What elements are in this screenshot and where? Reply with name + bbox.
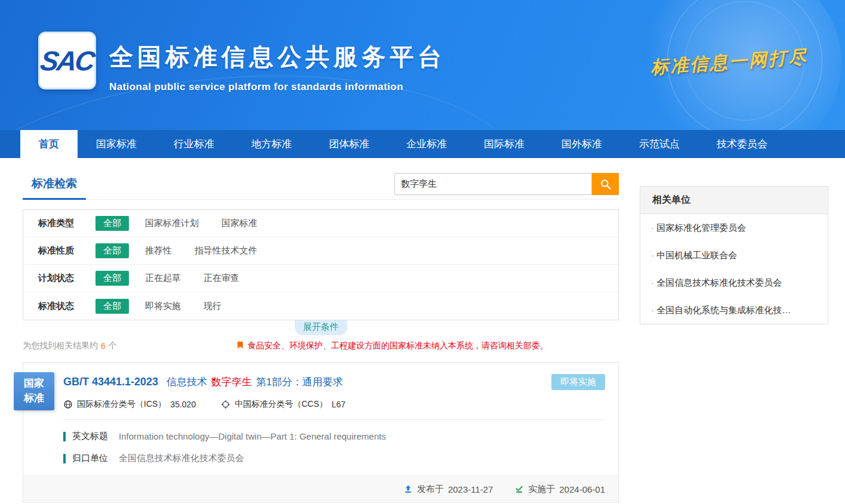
nav-item-foreign-standards[interactable]: 国外标准 <box>543 130 621 158</box>
filter-all-button[interactable]: 全部 <box>95 216 129 231</box>
search-box <box>394 173 619 195</box>
filter-option[interactable]: 国家标准 <box>221 218 257 229</box>
filter-all-button[interactable]: 全部 <box>95 243 129 258</box>
filter-option[interactable]: 现行 <box>203 301 221 312</box>
sidebar-item-automation-committee[interactable]: 全国自动化系统与集成标准化技… <box>640 296 828 324</box>
sidebar-item-sac[interactable]: 国家标准化管理委员会 <box>640 214 828 242</box>
filter-label: 计划状态 <box>38 273 95 284</box>
sidebar-item-machinery-federation[interactable]: 中国机械工业联合会 <box>640 242 828 269</box>
filter-option[interactable]: 正在审查 <box>203 273 239 284</box>
compass-icon <box>221 400 230 409</box>
site-header: SAC 全国标准信息公共服务平台 National public service… <box>0 0 845 130</box>
search-input[interactable] <box>394 173 592 195</box>
nav-item-technical-committee[interactable]: 技术委员会 <box>698 130 786 158</box>
filter-box: 标准类型 全部 国家标准计划 国家标准 标准性质 全部 推荐性 指导性技术文件 … <box>23 209 619 320</box>
committee-value: 全国信息技术标准化技术委员会 <box>119 453 244 464</box>
content-column: 标准检索 标准类型 全部 国家标准计划 国家标准 标准性质 全部 推荐性 <box>23 171 619 503</box>
filter-row-plan-status: 计划状态 全部 正在起草 正在审查 <box>23 265 618 292</box>
publish-date-item: 发布于 2023-11-27 <box>403 484 494 495</box>
nav-item-local-standards[interactable]: 地方标准 <box>233 130 310 158</box>
type-badge-line1: 国家 <box>24 376 44 391</box>
filter-label: 标准状态 <box>38 301 95 312</box>
publish-date: 2023-11-27 <box>448 484 494 494</box>
committee-label: 归口单位 <box>72 453 108 464</box>
filter-option[interactable]: 国家标准计划 <box>145 218 199 229</box>
filter-option[interactable]: 正在起草 <box>145 273 181 284</box>
site-subtitle: National public service platform for sta… <box>109 81 446 93</box>
results-count: 6 <box>101 341 106 351</box>
filter-all-button[interactable]: 全部 <box>95 299 129 314</box>
card-title-row: GB/T 43441.1-2023 信息技术 数字孪生 第1部分：通用要求 即将… <box>23 363 618 390</box>
filter-label: 标准类型 <box>38 218 95 229</box>
related-units-panel: 相关单位 国家标准化管理委员会 中国机械工业联合会 全国信息技术标准化技术委员会… <box>640 186 828 324</box>
sidebar-item-it-standardization-committee[interactable]: 全国信息技术标准化技术委员会 <box>640 269 828 296</box>
type-badge-line2: 标准 <box>24 391 44 406</box>
filter-row-standard-nature: 标准性质 全部 推荐性 指导性技术文件 <box>23 237 618 265</box>
standard-title-seg1[interactable]: 信息技术 <box>166 375 207 389</box>
search-button[interactable] <box>592 173 619 195</box>
nav-item-industry-standards[interactable]: 行业标准 <box>155 130 233 158</box>
ccs-label: 中国标准分类号（CCS） <box>235 399 328 410</box>
card-meta-row: 国际标准分类号（ICS） 35.020 中国标准分类号（CCS） L67 <box>63 399 618 410</box>
teal-bar-decor <box>63 454 66 463</box>
ics-value: 35.020 <box>170 400 196 409</box>
flag-icon <box>236 341 244 351</box>
globe-icon <box>63 400 73 409</box>
teal-bar-decor <box>63 432 66 441</box>
related-units-title: 相关单位 <box>640 187 828 214</box>
tab-standard-search[interactable]: 标准检索 <box>23 171 86 200</box>
sac-logo-text: SAC <box>39 45 96 77</box>
ccs-meta: 中国标准分类号（CCS） L67 <box>221 399 346 410</box>
nav-item-national-standards[interactable]: 国家标准 <box>78 130 155 158</box>
standard-title-seg2[interactable]: 第1部分：通用要求 <box>256 375 343 389</box>
filter-option[interactable]: 指导性技术文件 <box>195 245 257 256</box>
english-title-value: Information technology—Digital twin—Part… <box>119 431 386 441</box>
main-area: 标准检索 标准类型 全部 国家标准计划 国家标准 标准性质 全部 推荐性 <box>0 171 845 503</box>
site-brand: 全国标准信息公共服务平台 National public service pla… <box>109 41 446 93</box>
status-badge: 即将实施 <box>551 374 605 390</box>
publish-label: 发布于 <box>417 484 444 495</box>
implement-date: 2024-06-01 <box>559 484 605 494</box>
nav-item-pilot[interactable]: 示范试点 <box>621 130 698 158</box>
filter-label: 标准性质 <box>38 245 95 256</box>
main-nav: 首页 国家标准 行业标准 地方标准 团体标准 企业标准 国际标准 国外标准 示范… <box>0 130 845 158</box>
summary-suffix: 个 <box>109 341 117 351</box>
nav-item-international-standards[interactable]: 国际标准 <box>465 130 543 158</box>
ccs-value: L67 <box>332 400 346 409</box>
english-title-row: 英文标题 Information technology—Digital twin… <box>63 431 605 442</box>
card-footer: 发布于 2023-11-27 实施于 2024-06-01 <box>23 475 618 502</box>
filter-option[interactable]: 推荐性 <box>145 245 172 256</box>
nav-item-group-standards[interactable]: 团体标准 <box>310 130 388 158</box>
notice-text: 食品安全、环境保护、工程建设方面的国家标准未纳入本系统，请咨询相关部委。 <box>248 341 548 351</box>
card-divider <box>63 419 605 420</box>
check-icon <box>514 484 524 494</box>
result-card: 国家 标准 GB/T 43441.1-2023 信息技术 数字孪生 第1部分：通… <box>23 362 619 503</box>
publish-icon <box>403 484 413 494</box>
search-icon <box>600 178 612 190</box>
summary-prefix: 为您找到相关结果约 <box>23 341 98 351</box>
nav-item-home[interactable]: 首页 <box>20 130 78 158</box>
standard-type-badge: 国家 标准 <box>14 372 54 410</box>
exclusion-notice: 食品安全、环境保护、工程建设方面的国家标准未纳入本系统，请咨询相关部委。 <box>236 341 548 351</box>
results-summary: 为您找到相关结果约 6 个 <box>23 341 117 351</box>
standard-title-highlight[interactable]: 数字孪生 <box>211 375 252 389</box>
filter-option[interactable]: 即将实施 <box>145 301 181 312</box>
committee-row: 归口单位 全国信息技术标准化技术委员会 <box>63 453 605 464</box>
english-title-label: 英文标题 <box>72 431 108 442</box>
filter-row-standard-type: 标准类型 全部 国家标准计划 国家标准 <box>23 210 618 237</box>
expand-conditions-wrap: 展开条件 <box>23 320 619 335</box>
filter-row-standard-status: 标准状态 全部 即将实施 现行 <box>23 292 618 320</box>
filter-all-button[interactable]: 全部 <box>95 271 129 286</box>
nav-item-enterprise-standards[interactable]: 企业标准 <box>388 130 465 158</box>
standard-code-link[interactable]: GB/T 43441.1-2023 <box>63 376 158 388</box>
implement-label: 实施于 <box>528 484 555 495</box>
results-summary-row: 为您找到相关结果约 6 个 食品安全、环境保护、工程建设方面的国家标准未纳入本系… <box>23 341 619 351</box>
ics-meta: 国际标准分类号（ICS） 35.020 <box>63 399 196 410</box>
search-tab-row: 标准检索 <box>23 171 619 200</box>
sac-logo[interactable]: SAC <box>38 32 96 89</box>
site-title: 全国标准信息公共服务平台 <box>109 41 446 73</box>
implement-date-item: 实施于 2024-06-01 <box>514 484 605 495</box>
expand-conditions-button[interactable]: 展开条件 <box>295 320 347 335</box>
ics-label: 国际标准分类号（ICS） <box>77 399 166 410</box>
